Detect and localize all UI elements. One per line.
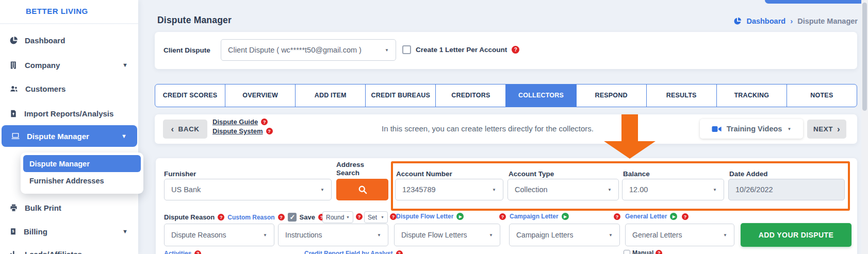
chevron-down-icon: ▼ (787, 127, 791, 131)
address-search-button[interactable] (336, 179, 388, 200)
chevron-down-icon: ▼ (381, 215, 384, 219)
letter-preview-icon[interactable] (562, 213, 569, 220)
round-value: Round (326, 214, 344, 221)
custom-reason-link[interactable]: Custom Reason (227, 214, 274, 221)
furnisher-label: Furnisher (164, 170, 196, 178)
sidebar-item-label: Customers (25, 84, 65, 93)
chevron-down-icon: ▼ (263, 233, 267, 238)
save-label: Save (300, 213, 315, 221)
round-select[interactable]: Round ▼ (322, 211, 353, 223)
campaign-letters-select[interactable]: Campaign Letters ▼ (509, 224, 620, 246)
pie-chart-icon (733, 17, 742, 25)
client-dispute-value: Client Dispute ( wc*****t50@gmail.com ) (228, 46, 362, 54)
letter-preview-icon[interactable] (670, 213, 677, 220)
sidebar-item-company[interactable]: Company ▼ (0, 56, 138, 74)
activities-link[interactable]: Activities (164, 250, 191, 254)
back-button[interactable]: ‹ BACK (163, 120, 207, 139)
help-icon[interactable] (512, 46, 519, 54)
save-checkbox[interactable] (288, 213, 297, 222)
chevron-down-icon: ▼ (122, 62, 128, 68)
dispute-guide-label: Dispute Guide (212, 118, 258, 126)
set-value: Set (368, 214, 377, 221)
client-dispute-select[interactable]: Client Dispute ( wc*****t50@gmail.com ) … (221, 39, 396, 61)
help-icon[interactable] (682, 213, 689, 220)
scrollbar-thumb[interactable] (862, 3, 867, 111)
annotation-arrow-head (604, 141, 656, 159)
dispute-reasons-select[interactable]: Dispute Reasons ▼ (164, 224, 274, 246)
help-icon[interactable] (218, 214, 224, 221)
video-camera-icon (712, 125, 722, 133)
sidebar-item-leads-affiliates[interactable]: Leads/Affiliates (0, 245, 138, 254)
sidebar-item-label: Company (25, 61, 60, 70)
help-icon[interactable] (356, 213, 363, 220)
letter-preview-icon[interactable] (456, 213, 464, 220)
help-icon[interactable] (278, 214, 285, 221)
page-title: Dispute Manager (157, 15, 232, 26)
tab-respond[interactable]: RESPOND (576, 84, 646, 107)
search-icon (357, 184, 368, 195)
furnisher-value: US Bank (171, 185, 201, 194)
tab-bar: CREDIT SCORES OVERVIEW ADD ITEM CREDIT B… (155, 84, 857, 107)
chart-icon (9, 250, 18, 254)
help-icon[interactable] (656, 250, 662, 254)
tab-tracking[interactable]: TRACKING (716, 84, 787, 107)
help-icon[interactable] (396, 250, 403, 254)
sidebar-item-billing[interactable]: $ Billing ▼ (0, 222, 138, 241)
help-icon[interactable] (266, 128, 273, 134)
help-icon[interactable] (194, 250, 201, 254)
sidebar-item-import-reports[interactable]: Import Reports/Analysis (0, 104, 138, 123)
dispute-flow-letters-select[interactable]: Dispute Flow Letters ▼ (394, 224, 500, 246)
set-select[interactable]: Set ▼ (364, 211, 388, 223)
dispute-flow-letters-value: Dispute Flow Letters (401, 231, 467, 239)
help-icon[interactable] (499, 213, 506, 220)
breadcrumb-dashboard-link[interactable]: Dashboard (746, 17, 785, 25)
furnisher-select[interactable]: US Bank ▼ (164, 179, 332, 200)
credit-report-field-link[interactable]: Credit Report Field by Analyst (304, 250, 393, 254)
help-icon[interactable] (614, 213, 620, 220)
sidebar-item-dashboard[interactable]: Dashboard (0, 31, 138, 49)
sidebar-item-dispute-manager[interactable]: Dispute Manager ▼ (2, 125, 137, 147)
chevron-down-icon: ▼ (320, 188, 324, 192)
chevron-down-icon: ▼ (609, 233, 613, 238)
dispute-system-link[interactable]: Dispute System (212, 127, 273, 135)
general-letter-label: General Letter (625, 213, 667, 220)
general-letters-select[interactable]: General Letters ▼ (625, 224, 734, 246)
manual-label: Manual (632, 249, 653, 254)
chevron-down-icon: ▼ (385, 48, 389, 53)
one-letter-per-account-label: Create 1 Letter Per Account (416, 46, 507, 54)
chevron-right-icon: › (790, 16, 793, 25)
tab-results[interactable]: RESULTS (646, 84, 716, 107)
tab-credit-scores[interactable]: CREDIT SCORES (155, 84, 225, 107)
chevron-right-icon: › (837, 124, 840, 134)
chevron-down-icon: ▼ (346, 215, 350, 219)
invoice-icon: $ (9, 227, 17, 236)
add-your-dispute-button[interactable]: ADD YOUR DISPUTE (741, 223, 851, 247)
submenu-item-furnisher-addresses[interactable]: Furnisher Addresses (23, 172, 141, 189)
brand-logo[interactable]: BETTER LIVING (26, 7, 88, 15)
chevron-down-icon: ▼ (121, 133, 127, 139)
back-button-label: BACK (178, 125, 200, 133)
client-dispute-card: Client Dispute Client Dispute ( wc*****t… (155, 32, 857, 69)
tab-add-item[interactable]: ADD ITEM (295, 84, 365, 107)
manual-checkbox[interactable] (624, 250, 630, 254)
instructions-select[interactable]: Instructions ▼ (278, 224, 388, 246)
sidebar-item-bulk-print[interactable]: Bulk Print (0, 198, 138, 217)
submenu-item-dispute-manager[interactable]: Dispute Manager (23, 155, 141, 172)
tab-creditors[interactable]: CREDITORS (435, 84, 505, 107)
tab-credit-bureaus[interactable]: CREDIT BUREAUS (365, 84, 435, 107)
help-icon[interactable] (261, 118, 268, 125)
dispute-guide-link[interactable]: Dispute Guide (212, 118, 273, 126)
one-letter-per-account-checkbox[interactable] (402, 45, 411, 54)
dispute-reasons-value: Dispute Reasons (171, 231, 226, 239)
tab-overview[interactable]: OVERVIEW (225, 84, 295, 107)
building-icon (9, 61, 18, 70)
chevron-down-icon: ▼ (723, 233, 727, 238)
annotation-highlight-box (391, 161, 850, 211)
scrollbar[interactable] (861, 0, 868, 254)
tab-notes[interactable]: NOTES (787, 84, 857, 107)
training-videos-dropdown[interactable]: Training Videos ▼ (700, 119, 803, 139)
top-toast-partial (765, 0, 866, 4)
tab-collectors[interactable]: COLLECTORS (505, 84, 576, 107)
sidebar-item-customers[interactable]: Customers (0, 79, 138, 98)
next-button[interactable]: NEXT › (807, 120, 846, 139)
